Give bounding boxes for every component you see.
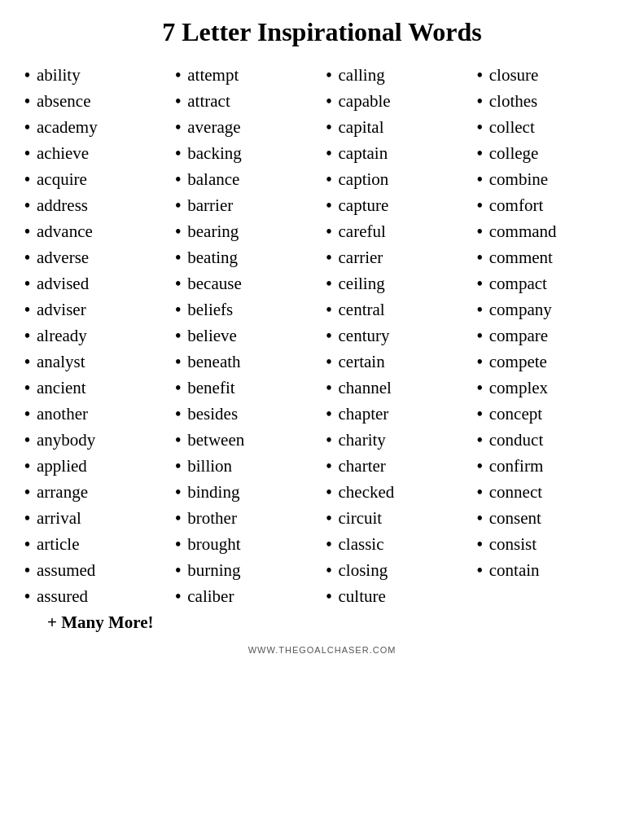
list-item: ability — [24, 62, 167, 88]
list-item: certain — [326, 349, 469, 375]
list-item: classic — [326, 531, 469, 557]
footer-url: WWW.THEGOALCHASER.COM — [248, 645, 396, 655]
list-item: benefit — [175, 375, 318, 401]
list-item: beating — [175, 244, 318, 270]
list-item: concept — [477, 401, 620, 427]
list-item: command — [477, 218, 620, 244]
list-item: already — [24, 323, 167, 349]
list-item: binding — [175, 479, 318, 505]
list-item: clothes — [477, 88, 620, 114]
list-item: achieve — [24, 140, 167, 166]
list-item: complex — [477, 375, 620, 401]
list-item: contain — [477, 557, 620, 583]
word-column-3: callingcapablecapitalcaptaincaptioncaptu… — [326, 62, 469, 609]
list-item: acquire — [24, 166, 167, 192]
list-item: assumed — [24, 557, 167, 583]
list-item: capture — [326, 192, 469, 218]
list-item: checked — [326, 479, 469, 505]
list-item: combine — [477, 166, 620, 192]
list-item: between — [175, 427, 318, 453]
list-item: consist — [477, 531, 620, 557]
list-item: compete — [477, 349, 620, 375]
list-item: capital — [326, 114, 469, 140]
list-item: century — [326, 323, 469, 349]
list-item: barrier — [175, 192, 318, 218]
more-label: + Many More! — [24, 609, 167, 635]
list-item: academy — [24, 114, 167, 140]
list-item: chapter — [326, 401, 469, 427]
word-column-4: closureclothescollectcollegecombinecomfo… — [477, 62, 620, 609]
list-item: central — [326, 296, 469, 323]
list-item: besides — [175, 401, 318, 427]
list-item: careful — [326, 218, 469, 244]
list-item: analyst — [24, 349, 167, 375]
list-item: compare — [477, 323, 620, 349]
list-item: adviser — [24, 296, 167, 323]
list-item: because — [175, 270, 318, 296]
list-item: closing — [326, 557, 469, 583]
page-title: 7 Letter Inspirational Words — [162, 16, 482, 47]
list-item: applied — [24, 453, 167, 479]
list-item: comfort — [477, 192, 620, 218]
list-item: address — [24, 192, 167, 218]
list-item: brother — [175, 505, 318, 531]
list-item: adverse — [24, 244, 167, 270]
list-item: average — [175, 114, 318, 140]
list-item: burning — [175, 557, 318, 583]
list-item: channel — [326, 375, 469, 401]
list-item: bearing — [175, 218, 318, 244]
list-item: brought — [175, 531, 318, 557]
list-item: attempt — [175, 62, 318, 88]
list-item: backing — [175, 140, 318, 166]
list-item: ancient — [24, 375, 167, 401]
list-item: article — [24, 531, 167, 557]
list-item: beneath — [175, 349, 318, 375]
list-item: carrier — [326, 244, 469, 270]
list-item: comment — [477, 244, 620, 270]
list-item: assured — [24, 583, 167, 609]
list-item: caliber — [175, 583, 318, 609]
list-item: charter — [326, 453, 469, 479]
list-item: closure — [477, 62, 620, 88]
list-item: college — [477, 140, 620, 166]
list-item: circuit — [326, 505, 469, 531]
list-item: calling — [326, 62, 469, 88]
list-item: beliefs — [175, 296, 318, 323]
list-item: advance — [24, 218, 167, 244]
list-item: caption — [326, 166, 469, 192]
list-item: collect — [477, 114, 620, 140]
list-item: arrival — [24, 505, 167, 531]
list-item: charity — [326, 427, 469, 453]
list-item: another — [24, 401, 167, 427]
list-item: advised — [24, 270, 167, 296]
word-column-1: abilityabsenceacademyachieveacquireaddre… — [24, 62, 167, 609]
list-item: capable — [326, 88, 469, 114]
list-item: compact — [477, 270, 620, 296]
list-item: culture — [326, 583, 469, 609]
list-item: captain — [326, 140, 469, 166]
word-column-2: attemptattractaveragebackingbalancebarri… — [175, 62, 318, 609]
list-item: consent — [477, 505, 620, 531]
list-item: anybody — [24, 427, 167, 453]
list-item: attract — [175, 88, 318, 114]
list-item: company — [477, 296, 620, 323]
list-item: believe — [175, 323, 318, 349]
list-item: confirm — [477, 453, 620, 479]
word-grid: abilityabsenceacademyachieveacquireaddre… — [24, 62, 620, 635]
list-item: connect — [477, 479, 620, 505]
list-item: arrange — [24, 479, 167, 505]
list-item: absence — [24, 88, 167, 114]
list-item: billion — [175, 453, 318, 479]
list-item: conduct — [477, 427, 620, 453]
list-item: balance — [175, 166, 318, 192]
list-item: ceiling — [326, 270, 469, 296]
